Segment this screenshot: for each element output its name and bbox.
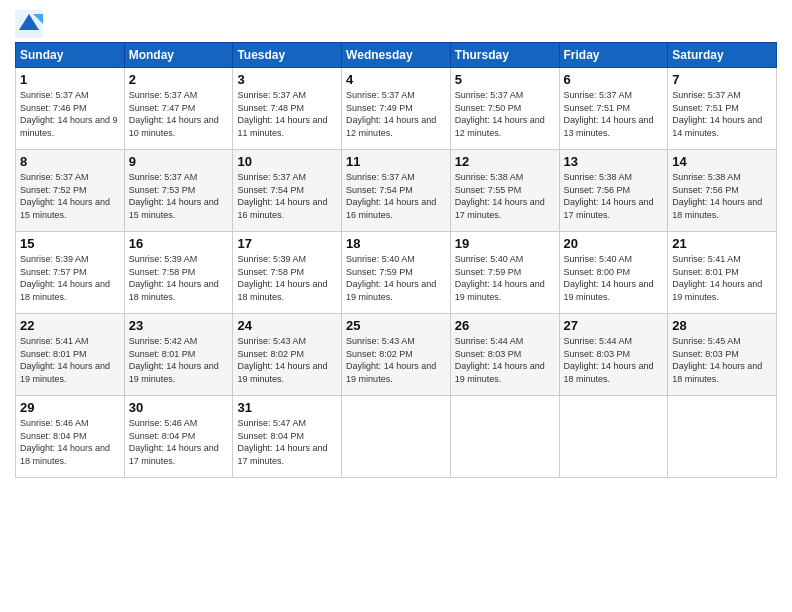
cell-info: Sunrise: 5:39 AMSunset: 7:57 PMDaylight:… bbox=[20, 254, 110, 302]
cell-info: Sunrise: 5:41 AMSunset: 8:01 PMDaylight:… bbox=[672, 254, 762, 302]
calendar-cell bbox=[450, 396, 559, 478]
cell-info: Sunrise: 5:40 AMSunset: 8:00 PMDaylight:… bbox=[564, 254, 654, 302]
day-number: 13 bbox=[564, 154, 664, 169]
day-number: 27 bbox=[564, 318, 664, 333]
cell-info: Sunrise: 5:38 AMSunset: 7:55 PMDaylight:… bbox=[455, 172, 545, 220]
cell-info: Sunrise: 5:42 AMSunset: 8:01 PMDaylight:… bbox=[129, 336, 219, 384]
week-row-4: 29 Sunrise: 5:46 AMSunset: 8:04 PMDaylig… bbox=[16, 396, 777, 478]
cell-info: Sunrise: 5:43 AMSunset: 8:02 PMDaylight:… bbox=[346, 336, 436, 384]
day-number: 29 bbox=[20, 400, 120, 415]
calendar-cell: 12 Sunrise: 5:38 AMSunset: 7:55 PMDaylig… bbox=[450, 150, 559, 232]
calendar-cell: 25 Sunrise: 5:43 AMSunset: 8:02 PMDaylig… bbox=[342, 314, 451, 396]
cell-info: Sunrise: 5:37 AMSunset: 7:54 PMDaylight:… bbox=[346, 172, 436, 220]
calendar-cell bbox=[559, 396, 668, 478]
day-number: 24 bbox=[237, 318, 337, 333]
day-number: 28 bbox=[672, 318, 772, 333]
header bbox=[15, 10, 777, 38]
calendar-cell: 23 Sunrise: 5:42 AMSunset: 8:01 PMDaylig… bbox=[124, 314, 233, 396]
cell-info: Sunrise: 5:39 AMSunset: 7:58 PMDaylight:… bbox=[129, 254, 219, 302]
cell-info: Sunrise: 5:40 AMSunset: 7:59 PMDaylight:… bbox=[455, 254, 545, 302]
cell-info: Sunrise: 5:46 AMSunset: 8:04 PMDaylight:… bbox=[20, 418, 110, 466]
cell-info: Sunrise: 5:38 AMSunset: 7:56 PMDaylight:… bbox=[564, 172, 654, 220]
cell-info: Sunrise: 5:37 AMSunset: 7:51 PMDaylight:… bbox=[672, 90, 762, 138]
cell-info: Sunrise: 5:43 AMSunset: 8:02 PMDaylight:… bbox=[237, 336, 327, 384]
cell-info: Sunrise: 5:37 AMSunset: 7:52 PMDaylight:… bbox=[20, 172, 110, 220]
calendar-cell: 11 Sunrise: 5:37 AMSunset: 7:54 PMDaylig… bbox=[342, 150, 451, 232]
calendar-cell: 15 Sunrise: 5:39 AMSunset: 7:57 PMDaylig… bbox=[16, 232, 125, 314]
week-row-0: 1 Sunrise: 5:37 AMSunset: 7:46 PMDayligh… bbox=[16, 68, 777, 150]
col-header-saturday: Saturday bbox=[668, 43, 777, 68]
calendar-cell: 8 Sunrise: 5:37 AMSunset: 7:52 PMDayligh… bbox=[16, 150, 125, 232]
calendar-cell: 14 Sunrise: 5:38 AMSunset: 7:56 PMDaylig… bbox=[668, 150, 777, 232]
calendar-cell: 20 Sunrise: 5:40 AMSunset: 8:00 PMDaylig… bbox=[559, 232, 668, 314]
day-number: 9 bbox=[129, 154, 229, 169]
calendar-cell: 30 Sunrise: 5:46 AMSunset: 8:04 PMDaylig… bbox=[124, 396, 233, 478]
day-number: 31 bbox=[237, 400, 337, 415]
calendar-cell bbox=[342, 396, 451, 478]
logo bbox=[15, 10, 47, 38]
cell-info: Sunrise: 5:41 AMSunset: 8:01 PMDaylight:… bbox=[20, 336, 110, 384]
day-number: 21 bbox=[672, 236, 772, 251]
day-number: 8 bbox=[20, 154, 120, 169]
calendar-cell: 2 Sunrise: 5:37 AMSunset: 7:47 PMDayligh… bbox=[124, 68, 233, 150]
cell-info: Sunrise: 5:37 AMSunset: 7:50 PMDaylight:… bbox=[455, 90, 545, 138]
day-number: 15 bbox=[20, 236, 120, 251]
cell-info: Sunrise: 5:47 AMSunset: 8:04 PMDaylight:… bbox=[237, 418, 327, 466]
calendar-cell: 24 Sunrise: 5:43 AMSunset: 8:02 PMDaylig… bbox=[233, 314, 342, 396]
cell-info: Sunrise: 5:40 AMSunset: 7:59 PMDaylight:… bbox=[346, 254, 436, 302]
day-number: 1 bbox=[20, 72, 120, 87]
day-number: 18 bbox=[346, 236, 446, 251]
calendar-cell bbox=[668, 396, 777, 478]
calendar-cell: 18 Sunrise: 5:40 AMSunset: 7:59 PMDaylig… bbox=[342, 232, 451, 314]
cell-info: Sunrise: 5:38 AMSunset: 7:56 PMDaylight:… bbox=[672, 172, 762, 220]
calendar-cell: 13 Sunrise: 5:38 AMSunset: 7:56 PMDaylig… bbox=[559, 150, 668, 232]
cell-info: Sunrise: 5:37 AMSunset: 7:49 PMDaylight:… bbox=[346, 90, 436, 138]
calendar-cell: 16 Sunrise: 5:39 AMSunset: 7:58 PMDaylig… bbox=[124, 232, 233, 314]
day-number: 16 bbox=[129, 236, 229, 251]
day-number: 7 bbox=[672, 72, 772, 87]
calendar-cell: 22 Sunrise: 5:41 AMSunset: 8:01 PMDaylig… bbox=[16, 314, 125, 396]
calendar-cell: 28 Sunrise: 5:45 AMSunset: 8:03 PMDaylig… bbox=[668, 314, 777, 396]
header-row: SundayMondayTuesdayWednesdayThursdayFrid… bbox=[16, 43, 777, 68]
page: SundayMondayTuesdayWednesdayThursdayFrid… bbox=[0, 0, 792, 612]
calendar-cell: 17 Sunrise: 5:39 AMSunset: 7:58 PMDaylig… bbox=[233, 232, 342, 314]
col-header-tuesday: Tuesday bbox=[233, 43, 342, 68]
day-number: 10 bbox=[237, 154, 337, 169]
calendar-cell: 1 Sunrise: 5:37 AMSunset: 7:46 PMDayligh… bbox=[16, 68, 125, 150]
day-number: 6 bbox=[564, 72, 664, 87]
cell-info: Sunrise: 5:46 AMSunset: 8:04 PMDaylight:… bbox=[129, 418, 219, 466]
calendar-cell: 4 Sunrise: 5:37 AMSunset: 7:49 PMDayligh… bbox=[342, 68, 451, 150]
cell-info: Sunrise: 5:44 AMSunset: 8:03 PMDaylight:… bbox=[455, 336, 545, 384]
calendar-cell: 21 Sunrise: 5:41 AMSunset: 8:01 PMDaylig… bbox=[668, 232, 777, 314]
day-number: 4 bbox=[346, 72, 446, 87]
day-number: 23 bbox=[129, 318, 229, 333]
calendar-cell: 29 Sunrise: 5:46 AMSunset: 8:04 PMDaylig… bbox=[16, 396, 125, 478]
day-number: 5 bbox=[455, 72, 555, 87]
day-number: 26 bbox=[455, 318, 555, 333]
day-number: 17 bbox=[237, 236, 337, 251]
calendar-table: SundayMondayTuesdayWednesdayThursdayFrid… bbox=[15, 42, 777, 478]
calendar-cell: 26 Sunrise: 5:44 AMSunset: 8:03 PMDaylig… bbox=[450, 314, 559, 396]
calendar-cell: 9 Sunrise: 5:37 AMSunset: 7:53 PMDayligh… bbox=[124, 150, 233, 232]
calendar-cell: 27 Sunrise: 5:44 AMSunset: 8:03 PMDaylig… bbox=[559, 314, 668, 396]
calendar-cell: 7 Sunrise: 5:37 AMSunset: 7:51 PMDayligh… bbox=[668, 68, 777, 150]
calendar-cell: 5 Sunrise: 5:37 AMSunset: 7:50 PMDayligh… bbox=[450, 68, 559, 150]
calendar-cell: 3 Sunrise: 5:37 AMSunset: 7:48 PMDayligh… bbox=[233, 68, 342, 150]
calendar-cell: 6 Sunrise: 5:37 AMSunset: 7:51 PMDayligh… bbox=[559, 68, 668, 150]
day-number: 19 bbox=[455, 236, 555, 251]
cell-info: Sunrise: 5:37 AMSunset: 7:54 PMDaylight:… bbox=[237, 172, 327, 220]
week-row-2: 15 Sunrise: 5:39 AMSunset: 7:57 PMDaylig… bbox=[16, 232, 777, 314]
day-number: 30 bbox=[129, 400, 229, 415]
day-number: 22 bbox=[20, 318, 120, 333]
col-header-monday: Monday bbox=[124, 43, 233, 68]
col-header-sunday: Sunday bbox=[16, 43, 125, 68]
cell-info: Sunrise: 5:37 AMSunset: 7:53 PMDaylight:… bbox=[129, 172, 219, 220]
logo-icon bbox=[15, 10, 43, 38]
cell-info: Sunrise: 5:37 AMSunset: 7:47 PMDaylight:… bbox=[129, 90, 219, 138]
cell-info: Sunrise: 5:37 AMSunset: 7:46 PMDaylight:… bbox=[20, 90, 118, 138]
day-number: 20 bbox=[564, 236, 664, 251]
col-header-friday: Friday bbox=[559, 43, 668, 68]
day-number: 2 bbox=[129, 72, 229, 87]
day-number: 14 bbox=[672, 154, 772, 169]
calendar-cell: 31 Sunrise: 5:47 AMSunset: 8:04 PMDaylig… bbox=[233, 396, 342, 478]
